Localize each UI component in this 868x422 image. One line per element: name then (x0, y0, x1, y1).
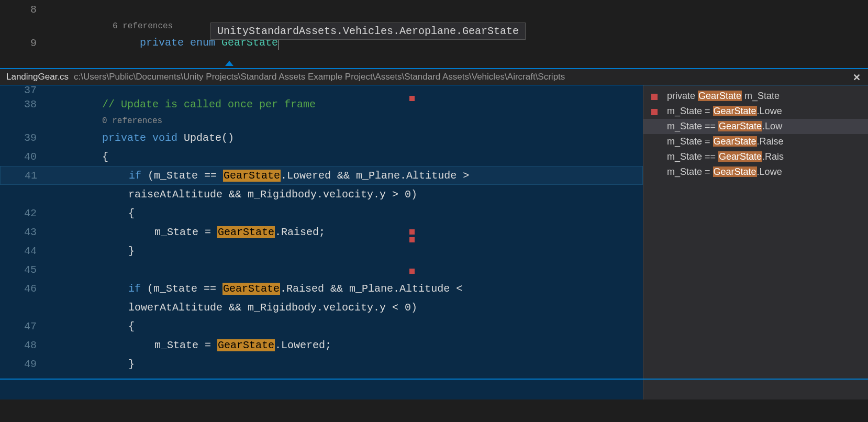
code-content: raiseAtAltitude && m_Rigidbody.velocity.… (50, 188, 417, 201)
code-content: { (50, 320, 135, 332)
code-line[interactable]: 44 } (0, 241, 643, 260)
hover-tooltip: UnityStandardAssets.Vehicles.Aeroplane.G… (210, 23, 526, 40)
peek-code-area[interactable]: 37 38 // Update is called once per frame… (0, 85, 643, 399)
top-editor-pane[interactable]: 8 6 references 9 private enum GearState … (0, 0, 868, 68)
code-line[interactable]: 46 if (m_State == GearState.Raised && m_… (0, 279, 643, 298)
code-content: if (m_State == GearState.Raised && m_Pla… (50, 283, 469, 295)
line-number: 9 (0, 37, 50, 49)
peek-filepath: c:\Users\Public\Documents\Unity Projects… (74, 72, 565, 82)
code-line[interactable]: 42 { (0, 204, 643, 223)
search-highlight: GearState (223, 170, 281, 182)
result-row[interactable]: m_State = GearState.Raise (643, 134, 868, 149)
line-number: 39 (0, 132, 50, 144)
line-number: 40 (0, 151, 50, 163)
code-line[interactable]: 37 (0, 85, 643, 95)
peek-view: 37 38 // Update is called once per frame… (0, 85, 868, 399)
code-content: m_State = GearState.Raised; (50, 226, 325, 238)
code-content: if (m_State == GearState.Lowered && m_Pl… (50, 170, 475, 182)
codelens-row[interactable]: 0 references (0, 114, 643, 128)
result-row[interactable]: m_State == GearState.Low (643, 119, 868, 134)
codelens-references[interactable]: 0 references (50, 116, 162, 126)
line-number: 8 (0, 4, 50, 16)
line-number: 42 (0, 207, 50, 219)
line-number: 43 (0, 226, 50, 238)
peek-results-list[interactable]: private GearState m_Statem_State = GearS… (643, 85, 868, 399)
search-highlight: GearState (217, 226, 275, 238)
code-line[interactable]: 45 (0, 260, 643, 279)
result-row[interactable]: private GearState m_State (643, 88, 868, 104)
code-content: { (50, 151, 108, 163)
scrollbar-marker[interactable] (409, 96, 415, 101)
search-highlight: GearState (713, 166, 757, 177)
code-content: } (50, 358, 135, 370)
error-marker-icon (651, 109, 658, 115)
code-line-current[interactable]: 41 if (m_State == GearState.Lowered && m… (0, 166, 643, 185)
code-line[interactable]: 43 m_State = GearState.Raised; (0, 223, 643, 241)
code-content: private void Update() (50, 132, 234, 144)
peek-header-bar[interactable]: LandingGear.cs c:\Users\Public\Documents… (0, 68, 868, 85)
line-number: 46 (0, 283, 50, 295)
scrollbar-marker[interactable] (409, 229, 415, 235)
result-row[interactable]: m_State = GearState.Lowe (643, 164, 868, 180)
code-line[interactable]: 39 private void Update() (0, 128, 643, 147)
search-highlight: GearState (217, 339, 275, 351)
keyword: private (140, 37, 184, 49)
search-highlight: GearState (698, 91, 742, 101)
code-line[interactable]: 49 } (0, 354, 643, 373)
error-marker-icon (651, 94, 658, 100)
search-highlight: GearState (222, 283, 280, 295)
line-number: 41 (1, 170, 50, 182)
search-highlight: GearState (718, 121, 762, 131)
code-line[interactable]: 48 m_State = GearState.Lowered; (0, 336, 643, 354)
line-number: 44 (0, 245, 50, 257)
code-content: } (50, 245, 135, 257)
line-number: 38 (0, 98, 50, 110)
search-highlight: GearState (718, 151, 762, 162)
code-content: m_State = GearState.Lowered; (50, 339, 331, 351)
line-number: 47 (0, 320, 50, 332)
result-row[interactable]: m_State == GearState.Rais (643, 149, 868, 164)
code-content: lowerAtAltitude && m_Rigidbody.velocity.… (50, 302, 417, 314)
code-content: // Update is called once per frame (50, 98, 316, 110)
scrollbar-marker[interactable] (409, 269, 415, 274)
line-number: 45 (0, 264, 50, 276)
line-number: 48 (0, 339, 50, 351)
code-line[interactable]: lowerAtAltitude && m_Rigidbody.velocity.… (0, 298, 643, 317)
scrollbar-marker[interactable] (409, 237, 415, 242)
line-number: 49 (0, 358, 50, 370)
code-line[interactable]: raiseAtAltitude && m_Rigidbody.velocity.… (0, 185, 643, 204)
code-line[interactable]: 8 (0, 0, 868, 19)
peek-border (0, 379, 868, 380)
code-line[interactable]: 38 // Update is called once per frame (0, 95, 643, 114)
result-row[interactable]: m_State = GearState.Lowe (643, 104, 868, 119)
peek-filename[interactable]: LandingGear.cs (6, 72, 69, 82)
code-line[interactable]: 40 { (0, 147, 643, 166)
search-highlight: GearState (713, 136, 757, 147)
code-content: { (50, 207, 135, 219)
code-line[interactable]: 47 { (0, 317, 643, 336)
search-highlight: GearState (713, 106, 757, 116)
close-icon[interactable]: ✕ (853, 72, 861, 83)
